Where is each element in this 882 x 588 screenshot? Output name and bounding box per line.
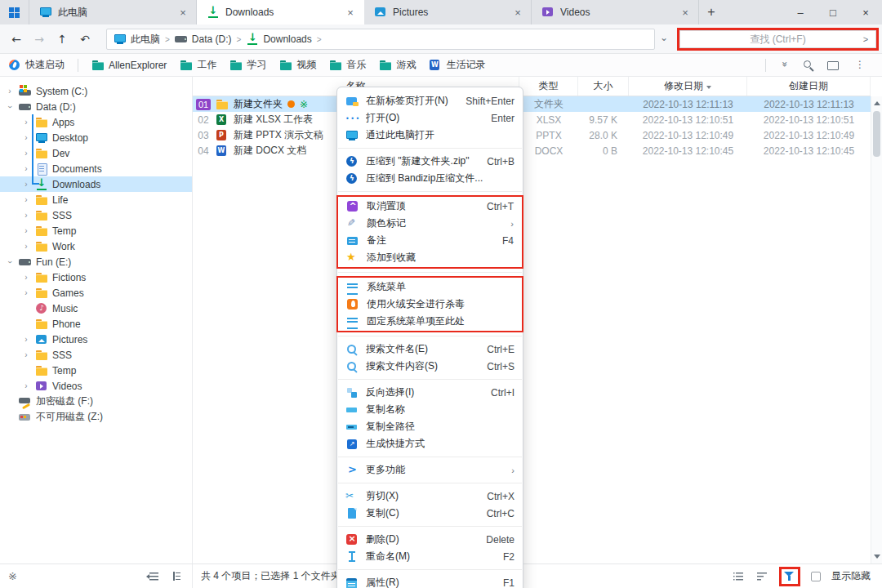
menu-item-固定系统菜单项至此处[interactable]: 固定系统菜单项至此处 <box>338 313 522 330</box>
menu-item-在新标签页打开(N)[interactable]: 在新标签页打开(N)Shift+Enter <box>337 92 523 109</box>
tab-close-icon[interactable]: × <box>176 7 189 19</box>
menu-item-复制全路径[interactable]: 复制全路径 <box>337 418 523 435</box>
favorite-item[interactable]: 音乐 <box>329 58 366 72</box>
sidebar-item-Dev[interactable]: ›Dev <box>0 145 192 161</box>
vertical-scrollbar[interactable] <box>871 96 882 564</box>
menu-item-添加到收藏[interactable]: 添加到收藏 <box>338 249 522 266</box>
sidebar-item-SSS[interactable]: ›SSS <box>0 347 192 363</box>
tab-close-icon[interactable]: × <box>511 7 524 19</box>
sidebar-item-不可用磁盘 (Z:)[interactable]: 不可用磁盘 (Z:) <box>0 409 192 425</box>
chevron-placeholder[interactable] <box>21 318 31 331</box>
chevron-right-icon[interactable]: › <box>21 116 31 129</box>
undo-button[interactable]: ↶ <box>75 30 95 48</box>
tab-此电脑[interactable]: 此电脑× <box>29 0 197 24</box>
chevron-right-icon[interactable]: › <box>21 287 31 300</box>
sidebar-item-Music[interactable]: Music <box>0 301 192 316</box>
sidebar-item-SSS[interactable]: ›SSS <box>0 207 192 223</box>
table-row[interactable]: 02新建 XLSX 工作表XLSX9.57 K2022-10-13 12:10:… <box>193 112 871 127</box>
sidebar-item-Documents[interactable]: ›Documents <box>0 161 192 176</box>
favorite-item[interactable]: 工作 <box>180 58 216 72</box>
scrollbar-thumb[interactable] <box>873 111 880 157</box>
view-list-icon[interactable] <box>732 570 745 583</box>
chevron-right-icon[interactable]: › <box>5 85 15 98</box>
address-dropdown-icon[interactable]: ⌄ <box>660 32 671 45</box>
close-button[interactable]: × <box>849 0 882 24</box>
sidebar-item-Fun (E:)[interactable]: ›Fun (E:) <box>0 254 192 270</box>
sort-icon[interactable] <box>755 570 768 583</box>
sidebar-item-Games[interactable]: ›Games <box>0 285 192 301</box>
table-row[interactable]: 03新建 PPTX 演示文稿PPTX28.0 K2022-10-13 12:10… <box>193 127 871 143</box>
menu-item-打开(O)[interactable]: 打开(O)Enter <box>337 109 523 127</box>
back-button[interactable]: ← <box>7 30 26 48</box>
column-header-cre[interactable]: 创建日期 <box>747 77 871 96</box>
chevron-right-icon[interactable]: › <box>21 349 31 362</box>
chevron-right-icon[interactable]: › <box>21 194 31 207</box>
menu-item-取消置顶[interactable]: 取消置顶Ctrl+T <box>338 198 522 215</box>
search-input[interactable] <box>679 30 876 48</box>
search-icon[interactable] <box>802 59 815 72</box>
favorite-item[interactable]: 视频 <box>279 58 316 72</box>
menu-item-复制名称[interactable]: 复制名称 <box>337 401 523 418</box>
tab-pictures[interactable]: Pictures× <box>364 0 532 24</box>
menu-item-更多功能[interactable]: 更多功能› <box>337 461 523 479</box>
sidebar-item-Work[interactable]: ›Work <box>0 238 192 254</box>
menu-item-颜色标记[interactable]: 颜色标记› <box>338 215 522 232</box>
chevron-right-icon[interactable]: › <box>21 178 31 191</box>
column-header-size[interactable]: 大小 <box>578 77 629 96</box>
scroll-up-icon[interactable] <box>874 101 880 105</box>
chevron-right-icon[interactable]: › <box>21 131 31 145</box>
menu-item-反向选择(I)[interactable]: 反向选择(I)Ctrl+I <box>337 384 523 401</box>
menu-item-搜索文件内容(S)[interactable]: 搜索文件内容(S)Ctrl+S <box>337 358 523 375</box>
new-tab-button[interactable]: + <box>699 0 724 24</box>
tree-view-icon[interactable] <box>171 570 184 583</box>
favorite-item[interactable]: 学习 <box>229 58 266 72</box>
preview-pane-icon[interactable] <box>826 59 840 72</box>
menu-item-压缩到 Bandizip压缩文件...[interactable]: 压缩到 Bandizip压缩文件... <box>337 170 523 187</box>
sidebar-item-Downloads[interactable]: ›Downloads <box>0 176 192 192</box>
menu-item-属性(R)[interactable]: 属性(R)F1 <box>337 574 523 588</box>
tab-close-icon[interactable]: × <box>679 7 692 19</box>
chevron-right-icon[interactable]: › <box>21 240 31 253</box>
menu-item-系统菜单[interactable]: 系统菜单 <box>338 278 522 296</box>
chevron-down-icon[interactable]: › <box>3 257 16 267</box>
column-header-mod[interactable]: 修改日期 <box>629 77 747 96</box>
breadcrumb-item[interactable]: 此电脑 <box>114 33 160 47</box>
breadcrumb-item[interactable]: Downloads <box>246 33 311 46</box>
menu-item-生成快捷方式[interactable]: 生成快捷方式 <box>337 435 523 452</box>
sidebar-item-Apps[interactable]: ›Apps <box>0 114 192 130</box>
favorite-item[interactable]: 生活记录 <box>429 58 485 72</box>
sidebar-item-Phone[interactable]: Phone <box>0 316 192 332</box>
sidebar-item-Fictions[interactable]: ›Fictions <box>0 270 192 285</box>
tab-close-icon[interactable]: × <box>344 7 357 19</box>
menu-item-剪切(X)[interactable]: 剪切(X)Ctrl+X <box>337 488 523 505</box>
menu-item-删除(D)[interactable]: 删除(D)Delete <box>337 531 523 548</box>
show-hidden-checkbox[interactable] <box>811 572 821 581</box>
chevron-placeholder[interactable] <box>21 364 31 377</box>
app-logo-icon[interactable] <box>0 0 29 24</box>
up-button[interactable]: ↑ <box>52 30 72 48</box>
minimize-button[interactable]: – <box>784 0 817 24</box>
menu-item-压缩到 "新建文件夹.zip"[interactable]: 压缩到 "新建文件夹.zip"Ctrl+B <box>337 153 523 170</box>
sidebar-item-加密磁盘 (F:)[interactable]: 加密磁盘 (F:) <box>0 394 192 409</box>
favorite-item[interactable]: 快速启动 <box>8 58 65 72</box>
sidebar-item-Temp[interactable]: ›Temp <box>0 223 192 238</box>
sidebar-item-Pictures[interactable]: ›Pictures <box>0 332 192 347</box>
chevron-right-icon[interactable]: › <box>21 147 31 160</box>
maximize-button[interactable]: □ <box>817 0 849 24</box>
menu-item-使用火绒安全进行杀毒[interactable]: 使用火绒安全进行杀毒 <box>338 296 522 313</box>
sidebar-item-System (C:)[interactable]: ›System (C:) <box>0 83 192 99</box>
chevron-down-icon[interactable]: › <box>3 102 16 112</box>
sidebar-item-Desktop[interactable]: ›Desktop <box>0 130 192 145</box>
chevron-right-icon[interactable]: › <box>21 163 31 176</box>
more-options-icon[interactable] <box>851 59 864 72</box>
menu-item-重命名(M)[interactable]: 重命名(M)F2 <box>337 548 523 565</box>
search-go-icon[interactable]: > <box>858 34 873 44</box>
collapse-all-icon[interactable] <box>146 570 159 583</box>
menu-item-复制(C)[interactable]: 复制(C)Ctrl+C <box>337 505 523 522</box>
chevron-right-icon[interactable]: › <box>21 333 31 346</box>
table-row[interactable]: 04新建 DOCX 文档DOCX0 B2022-10-13 12:10:4520… <box>193 143 871 158</box>
menu-item-搜索文件名(E)[interactable]: 搜索文件名(E)Ctrl+E <box>337 341 523 358</box>
sidebar-item-Videos[interactable]: ›Videos <box>0 378 192 394</box>
chevron-right-icon[interactable]: › <box>21 380 31 393</box>
filter-icon[interactable] <box>783 570 796 583</box>
